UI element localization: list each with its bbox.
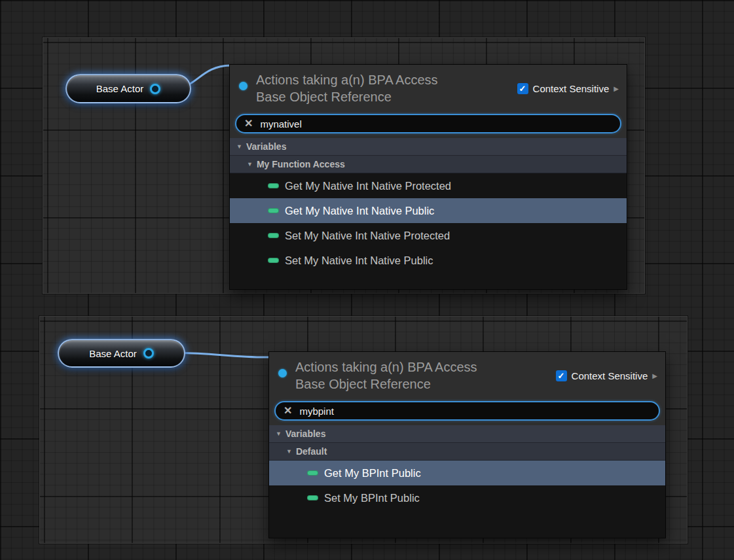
search-input[interactable] — [299, 406, 651, 417]
clear-search-icon[interactable]: ✕ — [284, 406, 292, 416]
object-pin-icon[interactable] — [150, 84, 160, 94]
category-label: Default — [296, 446, 327, 457]
action-label: Set My Native Int Native Public — [285, 254, 433, 267]
search-bar: ✕ — [230, 112, 627, 138]
submenu-arrow-icon[interactable]: ▶ — [652, 372, 657, 379]
base-actor-node[interactable]: Base Actor — [58, 339, 185, 368]
menu-empty-area — [269, 510, 665, 538]
node-title: Base Actor — [89, 348, 137, 359]
variable-pill-icon — [268, 183, 279, 188]
context-menu-bottom: Actions taking a(n) BPA Access Base Obje… — [268, 351, 666, 538]
action-item-selected[interactable]: Get My Native Int Native Public — [230, 198, 627, 223]
title-line-2: Base Object Reference — [256, 88, 438, 105]
search-box[interactable]: ✕ — [235, 114, 621, 133]
category-row-default[interactable]: ▼ Default — [269, 443, 665, 461]
title-line-1: Actions taking a(n) BPA Access — [295, 359, 477, 376]
context-menu-title: Actions taking a(n) BPA Access Base Obje… — [256, 71, 438, 112]
context-menu-top: Actions taking a(n) BPA Access Base Obje… — [229, 64, 627, 290]
variable-pill-icon — [268, 208, 279, 213]
action-item[interactable]: Set My Native Int Native Public — [230, 248, 627, 273]
context-menu-header: Actions taking a(n) BPA Access Base Obje… — [230, 65, 627, 112]
action-label: Set My Native Int Native Protected — [285, 230, 450, 242]
object-reference-pin-icon — [239, 82, 248, 90]
action-label: Get My Native Int Native Protected — [285, 180, 451, 192]
action-item-selected[interactable]: Get My BPInt Public — [269, 461, 665, 485]
action-item[interactable]: Get My Native Int Native Protected — [230, 173, 627, 198]
category-row-variables[interactable]: ▼ Variables — [269, 425, 665, 443]
action-label: Get My BPInt Public — [324, 467, 421, 480]
node-title: Base Actor — [96, 83, 144, 94]
search-bar: ✕ — [269, 399, 665, 425]
action-item[interactable]: Set My Native Int Native Protected — [230, 223, 627, 248]
variable-pill-icon — [307, 470, 318, 476]
category-row-my-function-access[interactable]: ▼ My Function Access — [230, 156, 627, 173]
context-sensitive-toggle[interactable]: ✓ Context Sensitive ▶ — [517, 83, 619, 94]
context-menu-header: Actions taking a(n) BPA Access Base Obje… — [269, 352, 665, 399]
variable-pill-icon — [307, 495, 318, 500]
check-icon: ✓ — [558, 372, 565, 380]
context-sensitive-label: Context Sensitive — [533, 83, 610, 94]
submenu-arrow-icon[interactable]: ▶ — [614, 85, 619, 92]
collapse-triangle-icon[interactable]: ▼ — [236, 143, 242, 150]
check-icon: ✓ — [519, 84, 526, 93]
action-label: Set My BPInt Public — [324, 492, 420, 504]
menu-empty-area — [230, 273, 627, 289]
search-input[interactable] — [260, 118, 612, 130]
clear-search-icon[interactable]: ✕ — [244, 118, 253, 129]
context-sensitive-checkbox[interactable]: ✓ — [517, 83, 528, 94]
context-sensitive-checkbox[interactable]: ✓ — [556, 370, 567, 381]
category-label: My Function Access — [257, 159, 345, 169]
blueprint-graph: Base Actor Actions taking a(n) BPA Acces… — [0, 0, 734, 560]
action-item[interactable]: Set My BPInt Public — [269, 485, 665, 510]
object-pin-icon[interactable] — [143, 348, 154, 359]
action-label: Get My Native Int Native Public — [285, 205, 434, 217]
category-row-variables[interactable]: ▼ Variables — [230, 138, 627, 156]
base-actor-node[interactable]: Base Actor — [65, 74, 191, 103]
title-line-1: Actions taking a(n) BPA Access — [256, 71, 438, 88]
collapse-triangle-icon[interactable]: ▼ — [286, 448, 292, 455]
variable-pill-icon — [268, 233, 279, 238]
search-box[interactable]: ✕ — [274, 401, 660, 421]
title-line-2: Base Object Reference — [295, 376, 477, 393]
context-menu-title: Actions taking a(n) BPA Access Base Obje… — [295, 359, 477, 399]
context-sensitive-label: Context Sensitive — [572, 370, 648, 381]
category-label: Variables — [285, 429, 326, 439]
object-reference-pin-icon — [278, 369, 287, 377]
collapse-triangle-icon[interactable]: ▼ — [276, 430, 282, 437]
collapse-triangle-icon[interactable]: ▼ — [247, 161, 253, 167]
variable-pill-icon — [268, 258, 279, 263]
context-sensitive-toggle[interactable]: ✓ Context Sensitive ▶ — [556, 370, 657, 381]
category-label: Variables — [246, 141, 287, 152]
